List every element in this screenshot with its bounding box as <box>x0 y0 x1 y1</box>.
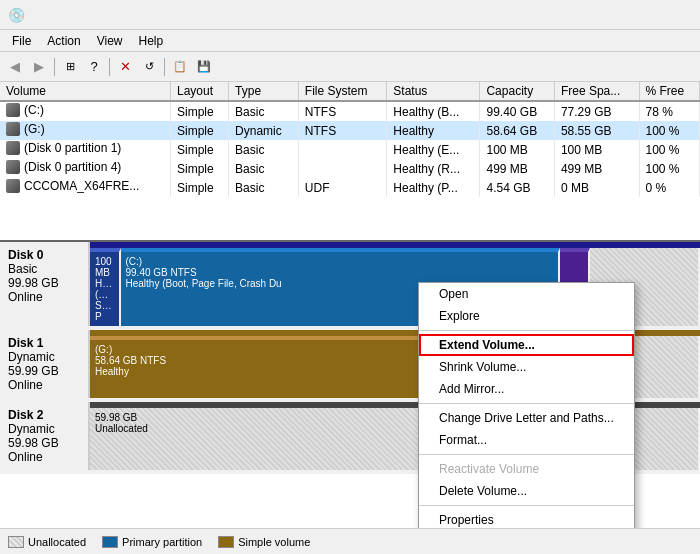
cell-status: Healthy (R... <box>387 159 480 178</box>
context-menu-item-change-drive-letter-and-paths-[interactable]: Change Drive Letter and Paths... <box>419 407 634 429</box>
context-menu-item-reactivate: Reactivate Volume <box>419 458 634 480</box>
col-capacity[interactable]: Capacity <box>480 82 554 101</box>
menu-action[interactable]: Action <box>39 32 88 49</box>
cell-layout: Simple <box>171 121 229 140</box>
disk-size: 59.99 GB <box>8 364 80 378</box>
partition[interactable]: 100 MBHealthy (EFI System P <box>90 248 121 326</box>
cell-type: Basic <box>229 159 299 178</box>
properties-button[interactable]: 📋 <box>169 56 191 78</box>
col-filesystem[interactable]: File System <box>298 82 386 101</box>
menu-bar: File Action View Help <box>0 30 700 52</box>
disk-size: 99.98 GB <box>8 276 80 290</box>
volume-table: Volume Layout Type File System Status Ca… <box>0 82 700 197</box>
delete-button[interactable]: ✕ <box>114 56 136 78</box>
refresh-button[interactable]: ↺ <box>138 56 160 78</box>
legend-simple-label: Simple volume <box>238 536 310 548</box>
context-menu-item-extend[interactable]: Extend Volume... <box>419 334 634 356</box>
cell-layout: Simple <box>171 140 229 159</box>
table-row[interactable]: CCCOMA_X64FRE... Simple Basic UDF Health… <box>0 178 700 197</box>
close-button[interactable] <box>668 5 692 25</box>
window-controls <box>616 5 692 25</box>
menu-help[interactable]: Help <box>131 32 172 49</box>
cell-pct: 78 % <box>639 101 699 121</box>
disk-status: Online <box>8 290 80 304</box>
cell-volume: (Disk 0 partition 1) <box>0 140 171 159</box>
disk-size: 59.98 GB <box>8 436 80 450</box>
back-button[interactable]: ◀ <box>4 56 26 78</box>
context-menu-separator <box>419 505 634 506</box>
disk-label: Disk 1Dynamic59.99 GBOnline <box>0 330 90 398</box>
cell-capacity: 499 MB <box>480 159 554 178</box>
cell-volume: (C:) <box>0 101 171 121</box>
cell-status: Healthy (B... <box>387 101 480 121</box>
toolbar: ◀ ▶ ⊞ ? ✕ ↺ 📋 💾 <box>0 52 700 82</box>
context-menu-separator <box>419 330 634 331</box>
table-row[interactable]: (Disk 0 partition 1) Simple Basic Health… <box>0 140 700 159</box>
disk-name: Disk 1 <box>8 336 80 350</box>
col-free[interactable]: Free Spa... <box>554 82 639 101</box>
menu-view[interactable]: View <box>89 32 131 49</box>
disk-name: Disk 2 <box>8 408 80 422</box>
context-menu-item-explore[interactable]: Explore <box>419 305 634 327</box>
disk-label: Disk 2Dynamic59.98 GBOnline <box>0 402 90 470</box>
disk-type: Dynamic <box>8 422 80 436</box>
cell-fs: NTFS <box>298 121 386 140</box>
legend: Unallocated Primary partition Simple vol… <box>0 528 700 554</box>
cell-free: 58.55 GB <box>554 121 639 140</box>
disk-type: Dynamic <box>8 350 80 364</box>
toolbar-separator-3 <box>164 58 165 76</box>
cell-fs: UDF <box>298 178 386 197</box>
legend-unallocated-box <box>8 536 24 548</box>
context-menu-list: OpenExploreExtend Volume...Shrink Volume… <box>419 283 634 528</box>
cell-layout: Simple <box>171 159 229 178</box>
cell-volume: CCCOMA_X64FRE... <box>0 178 171 197</box>
cell-free: 100 MB <box>554 140 639 159</box>
cell-pct: 100 % <box>639 140 699 159</box>
context-menu-item-shrink-volume-[interactable]: Shrink Volume... <box>419 356 634 378</box>
context-menu-item-open[interactable]: Open <box>419 283 634 305</box>
context-menu-item-delete-volume-[interactable]: Delete Volume... <box>419 480 634 502</box>
col-volume[interactable]: Volume <box>0 82 171 101</box>
menu-file[interactable]: File <box>4 32 39 49</box>
minimize-button[interactable] <box>616 5 640 25</box>
cell-type: Basic <box>229 101 299 121</box>
cell-volume: (G:) <box>0 121 171 140</box>
context-menu-item-properties[interactable]: Properties <box>419 509 634 528</box>
cell-capacity: 99.40 GB <box>480 101 554 121</box>
col-type[interactable]: Type <box>229 82 299 101</box>
disk-label: Disk 0Basic99.98 GBOnline <box>0 242 90 326</box>
cell-status: Healthy (E... <box>387 140 480 159</box>
legend-simple-box <box>218 536 234 548</box>
table-row[interactable]: (G:) Simple Dynamic NTFS Healthy 58.64 G… <box>0 121 700 140</box>
disk-status: Online <box>8 450 80 464</box>
restore-button[interactable] <box>642 5 666 25</box>
context-menu-separator <box>419 454 634 455</box>
table-row[interactable]: (Disk 0 partition 4) Simple Basic Health… <box>0 159 700 178</box>
console-button[interactable]: ⊞ <box>59 56 81 78</box>
col-pct[interactable]: % Free <box>639 82 699 101</box>
legend-unallocated: Unallocated <box>8 536 86 548</box>
context-menu-item-add-mirror-[interactable]: Add Mirror... <box>419 378 634 400</box>
col-status[interactable]: Status <box>387 82 480 101</box>
partition-label-line: 99.40 GB NTFS <box>126 267 553 278</box>
cell-layout: Simple <box>171 178 229 197</box>
cell-status: Healthy (P... <box>387 178 480 197</box>
forward-button[interactable]: ▶ <box>28 56 50 78</box>
help-button[interactable]: ? <box>83 56 105 78</box>
main-content: Volume Layout Type File System Status Ca… <box>0 82 700 554</box>
disk-view: Disk 0Basic99.98 GBOnline100 MBHealthy (… <box>0 242 700 528</box>
cell-type: Basic <box>229 140 299 159</box>
cell-status: Healthy <box>387 121 480 140</box>
partition-label-line: (C:) <box>126 256 553 267</box>
save-button[interactable]: 💾 <box>193 56 215 78</box>
cell-fs: NTFS <box>298 101 386 121</box>
table-row[interactable]: (C:) Simple Basic NTFS Healthy (B... 99.… <box>0 101 700 121</box>
col-layout[interactable]: Layout <box>171 82 229 101</box>
context-menu-item-format-[interactable]: Format... <box>419 429 634 451</box>
cell-fs <box>298 140 386 159</box>
cell-pct: 0 % <box>639 178 699 197</box>
legend-primary-label: Primary partition <box>122 536 202 548</box>
cell-pct: 100 % <box>639 159 699 178</box>
legend-primary-box <box>102 536 118 548</box>
cell-free: 0 MB <box>554 178 639 197</box>
